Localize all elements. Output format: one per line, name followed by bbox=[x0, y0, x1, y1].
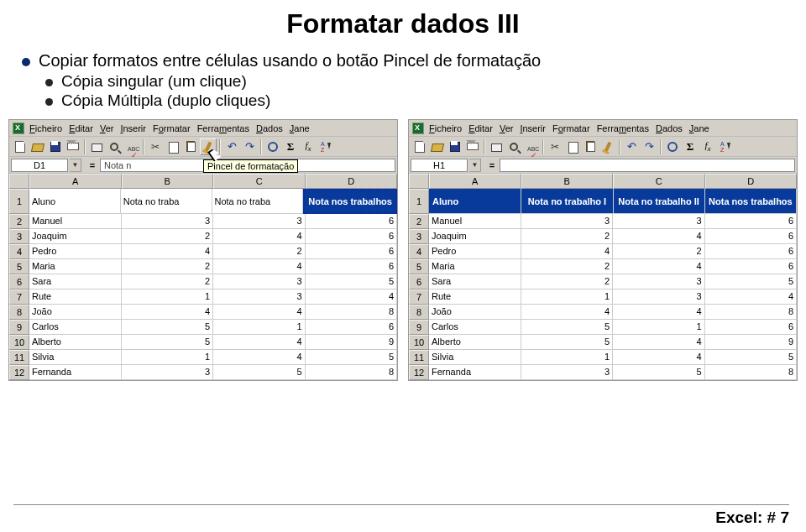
undo-icon[interactable]: ↶ bbox=[223, 138, 240, 155]
cell[interactable]: Aluno bbox=[29, 189, 121, 214]
cell[interactable]: Alberto bbox=[429, 335, 521, 350]
cell[interactable]: 5 bbox=[705, 274, 798, 289]
open-icon[interactable] bbox=[29, 138, 46, 155]
cell[interactable]: 5 bbox=[306, 350, 398, 365]
open-icon[interactable] bbox=[429, 138, 446, 155]
autosum-icon[interactable]: Σ bbox=[282, 138, 299, 155]
undo-icon[interactable]: ↶ bbox=[623, 138, 640, 155]
row-header[interactable]: 6 bbox=[409, 274, 429, 289]
select-all-corner[interactable] bbox=[409, 174, 429, 189]
cell[interactable]: 3 bbox=[213, 289, 306, 305]
cut-icon[interactable]: ✂ bbox=[147, 138, 164, 155]
cut-icon[interactable]: ✂ bbox=[547, 138, 563, 155]
cell[interactable]: 4 bbox=[705, 289, 798, 305]
menu-formatar[interactable]: Formatar bbox=[550, 123, 593, 134]
copy-icon[interactable] bbox=[564, 138, 581, 155]
cell[interactable]: Pedro bbox=[29, 244, 122, 259]
cell[interactable]: 4 bbox=[122, 244, 214, 259]
name-box[interactable]: D1 bbox=[11, 159, 68, 172]
row-header[interactable]: 12 bbox=[9, 365, 29, 380]
cell[interactable]: 6 bbox=[306, 229, 398, 244]
row-header[interactable]: 7 bbox=[9, 289, 29, 305]
row-header[interactable]: 8 bbox=[409, 305, 429, 320]
cell[interactable]: 5 bbox=[521, 320, 614, 335]
cell[interactable]: 4 bbox=[213, 350, 306, 365]
print-icon[interactable] bbox=[88, 138, 105, 155]
cell[interactable]: 4 bbox=[521, 244, 614, 259]
col-header[interactable]: A bbox=[429, 174, 521, 189]
cell[interactable]: 4 bbox=[613, 350, 705, 365]
menu-editar[interactable]: Editar bbox=[66, 123, 96, 134]
menu-ficheiro[interactable]: FFicheiroicheiro bbox=[27, 123, 65, 134]
cell[interactable]: 5 bbox=[306, 274, 398, 289]
cell[interactable]: 1 bbox=[213, 320, 306, 335]
row-header[interactable]: 5 bbox=[409, 259, 429, 274]
cell[interactable]: 6 bbox=[705, 244, 798, 259]
row-header[interactable]: 9 bbox=[409, 320, 429, 335]
row-header[interactable]: 5 bbox=[9, 259, 29, 274]
cell[interactable]: 2 bbox=[213, 244, 306, 259]
cell[interactable]: Pedro bbox=[429, 244, 521, 259]
cell[interactable]: Carlos bbox=[29, 320, 122, 335]
menu-inserir[interactable]: Inserir bbox=[118, 123, 149, 134]
menu-dados[interactable]: Dados bbox=[653, 123, 685, 134]
cell[interactable]: Nota no trabalho II bbox=[614, 189, 705, 214]
copy-icon[interactable] bbox=[165, 138, 181, 155]
cell[interactable]: 6 bbox=[306, 244, 398, 259]
menu-ferramentas[interactable]: Ferramentas bbox=[594, 123, 652, 134]
row-header[interactable]: 4 bbox=[409, 244, 429, 259]
cell[interactable]: 2 bbox=[521, 229, 614, 244]
cell[interactable]: Maria bbox=[29, 259, 122, 274]
cell[interactable]: 1 bbox=[521, 289, 614, 305]
save-icon[interactable] bbox=[47, 138, 64, 155]
cell[interactable]: Joaquim bbox=[429, 229, 521, 244]
row-header[interactable]: 2 bbox=[9, 214, 29, 229]
cell[interactable]: 6 bbox=[306, 214, 398, 229]
cell[interactable]: 8 bbox=[705, 305, 798, 320]
formula-input[interactable] bbox=[500, 159, 795, 172]
menu-janela[interactable]: Jane bbox=[687, 123, 712, 134]
name-box-dropdown[interactable]: ▼ bbox=[70, 159, 81, 172]
cell[interactable]: 1 bbox=[521, 350, 614, 365]
row-header[interactable]: 3 bbox=[409, 229, 429, 244]
cell[interactable]: 5 bbox=[521, 335, 614, 350]
cell[interactable]: 4 bbox=[213, 335, 306, 350]
cell-grid[interactable]: 1 Aluno Nota no trabalho I Nota no traba… bbox=[409, 189, 797, 380]
row-header[interactable]: 1 bbox=[9, 189, 29, 214]
menu-formatar[interactable]: Formatar bbox=[150, 123, 193, 134]
redo-icon[interactable]: ↶ bbox=[241, 138, 258, 155]
cell[interactable]: Nota no traba bbox=[212, 189, 304, 214]
save-icon[interactable] bbox=[447, 138, 463, 155]
function-icon[interactable]: fx bbox=[699, 138, 716, 155]
row-header[interactable]: 6 bbox=[9, 274, 29, 289]
menu-editar[interactable]: Editar bbox=[466, 123, 495, 134]
cell[interactable]: 3 bbox=[613, 274, 705, 289]
cell[interactable]: Silvia bbox=[429, 350, 521, 365]
mail-icon[interactable] bbox=[464, 138, 481, 155]
cell[interactable]: Sara bbox=[429, 274, 521, 289]
cell[interactable]: 2 bbox=[122, 259, 214, 274]
menu-ver[interactable]: Ver bbox=[497, 123, 516, 134]
cell[interactable]: 2 bbox=[122, 229, 214, 244]
cell[interactable]: 4 bbox=[213, 259, 306, 274]
cell[interactable]: 6 bbox=[705, 259, 798, 274]
col-header[interactable]: D bbox=[306, 174, 398, 189]
sort-asc-icon[interactable] bbox=[717, 138, 734, 155]
cell[interactable]: 6 bbox=[705, 320, 798, 335]
cell[interactable]: 1 bbox=[122, 350, 214, 365]
row-header[interactable]: 11 bbox=[9, 350, 29, 365]
cell[interactable]: 4 bbox=[306, 289, 398, 305]
cell[interactable]: 5 bbox=[705, 350, 798, 365]
col-header[interactable]: A bbox=[29, 174, 122, 189]
cell[interactable]: 4 bbox=[613, 229, 705, 244]
row-header[interactable]: 10 bbox=[409, 335, 429, 350]
mail-icon[interactable] bbox=[65, 138, 81, 155]
cell[interactable]: 3 bbox=[213, 214, 306, 229]
function-icon[interactable]: fx bbox=[300, 138, 317, 155]
cell[interactable]: Silvia bbox=[29, 350, 122, 365]
cell[interactable]: 8 bbox=[306, 365, 398, 380]
autosum-icon[interactable]: Σ bbox=[682, 138, 699, 155]
menu-ferramentas[interactable]: Ferramentas bbox=[195, 123, 252, 134]
menu-ficheiro[interactable]: Ficheiro bbox=[427, 123, 464, 134]
col-header[interactable]: B bbox=[122, 174, 214, 189]
